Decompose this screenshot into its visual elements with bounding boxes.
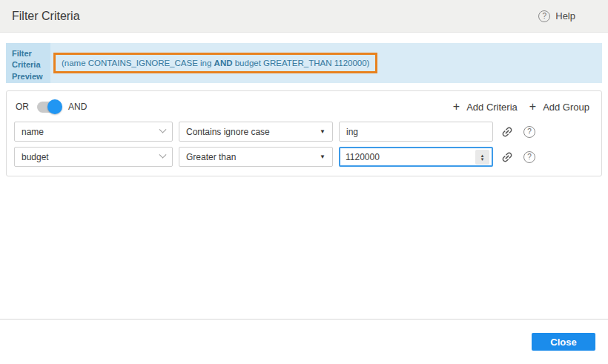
field-select-value: budget: [22, 152, 49, 162]
filter-row-2: budget Greater than ▼ ▴ ▾ ?: [14, 147, 594, 167]
operator-select-value: Greater than: [186, 152, 236, 162]
field-select-value: name: [22, 127, 44, 137]
spinner-down-icon: ▾: [481, 157, 484, 161]
chevron-down-icon: [159, 151, 167, 159]
or-and-toggle-group: OR AND: [16, 102, 87, 113]
toggle-knob: [47, 99, 62, 114]
link-icon[interactable]: [500, 125, 514, 139]
field-select-budget[interactable]: budget: [14, 147, 173, 167]
dropdown-triangle-icon: ▼: [320, 153, 326, 160]
preview-expression-highlight-box: (name CONTAINS_IGNORE_CASE ing AND budge…: [53, 53, 377, 73]
row1-icons: ?: [500, 125, 535, 139]
plus-icon: +: [453, 101, 460, 113]
add-criteria-button[interactable]: + Add Criteria: [453, 101, 518, 113]
preview-label: Filter Criteria Preview: [6, 43, 50, 83]
operator-select-value: Contains ignore case: [186, 127, 270, 137]
plus-icon: +: [529, 101, 536, 113]
filter-criteria-preview-banner: Filter Criteria Preview (name CONTAINS_I…: [6, 43, 602, 83]
help-icon: ?: [538, 10, 550, 22]
builder-toolbar: OR AND + Add Criteria + Add Group: [14, 99, 594, 115]
link-icon[interactable]: [500, 150, 514, 164]
criteria-builder-group: OR AND + Add Criteria + Add Group name C…: [6, 90, 602, 176]
preview-expression-operator: AND: [214, 59, 233, 67]
row-help-icon[interactable]: ?: [523, 126, 535, 138]
help-button[interactable]: ? Help: [538, 10, 575, 22]
number-spinner[interactable]: ▴ ▾: [475, 150, 489, 165]
page-title: Filter Criteria: [12, 10, 80, 23]
operator-select-row1[interactable]: Contains ignore case ▼: [179, 122, 333, 142]
preview-expression-suffix: budget GREATER_THAN 1120000): [233, 59, 370, 67]
add-group-label: Add Group: [543, 102, 589, 113]
value-input-row1[interactable]: [339, 122, 493, 142]
preview-expression-prefix: (name CONTAINS_IGNORE_CASE ing: [62, 59, 214, 67]
dialog-header: Filter Criteria ? Help: [0, 0, 608, 33]
or-label: OR: [16, 102, 29, 112]
operator-select-row2[interactable]: Greater than ▼: [179, 147, 333, 167]
filter-row-1: name Contains ignore case ▼ ?: [14, 122, 594, 142]
preview-body: (name CONTAINS_IGNORE_CASE ing AND budge…: [50, 43, 602, 83]
close-button[interactable]: Close: [532, 333, 595, 351]
number-input-wrapper-focused: ▴ ▾: [339, 147, 493, 167]
chevron-down-icon: [159, 126, 167, 133]
or-and-toggle[interactable]: [37, 102, 58, 113]
help-label: Help: [555, 10, 575, 21]
field-select-name[interactable]: name: [14, 122, 173, 142]
dropdown-triangle-icon: ▼: [320, 128, 326, 135]
add-group-button[interactable]: + Add Group: [529, 101, 589, 113]
row2-icons: ?: [500, 150, 535, 164]
row-help-icon[interactable]: ?: [523, 151, 535, 163]
add-criteria-label: Add Criteria: [466, 102, 518, 113]
and-label: AND: [68, 102, 87, 112]
footer-divider: [0, 319, 608, 320]
add-buttons: + Add Criteria + Add Group: [453, 101, 589, 113]
value-input-row2[interactable]: [340, 148, 475, 165]
